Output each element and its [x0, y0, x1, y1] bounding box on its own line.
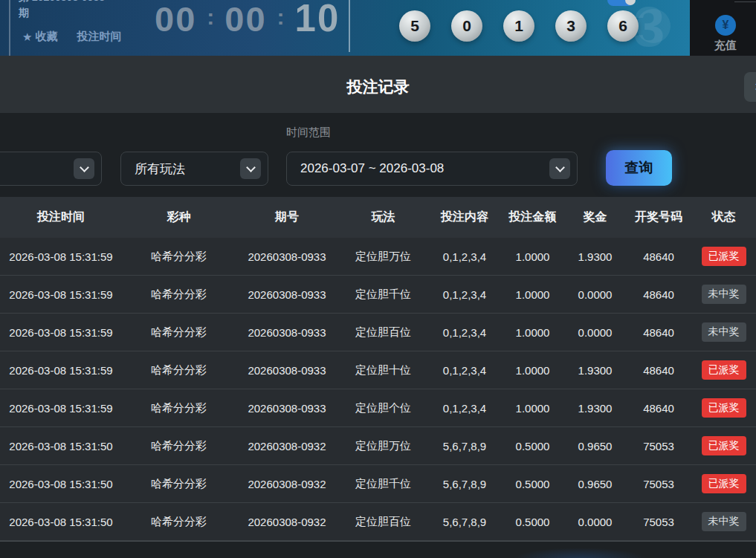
banner-vertical-divider	[349, 0, 350, 52]
play-type-select[interactable]: 所有玩法	[120, 152, 268, 186]
recharge-divider	[734, 1, 756, 2]
cell-content: 5,6,7,8,9	[428, 516, 501, 528]
lottery-ball: 0	[451, 10, 482, 42]
column-header: 玩法	[338, 210, 428, 225]
cell-lottery: 哈希分分彩	[122, 515, 236, 529]
cell-prize: 0.9650	[564, 440, 626, 452]
countdown-seconds: 10	[295, 0, 340, 40]
query-button[interactable]: 查询	[606, 150, 672, 186]
cell-time: 2026-03-08 15:31:59	[0, 402, 122, 415]
cell-status: 未中奖	[691, 512, 756, 531]
footer-glow	[513, 548, 647, 558]
cell-draw: 75053	[626, 516, 691, 528]
cell-play: 定位胆万位	[338, 439, 428, 453]
column-header: 奖金	[564, 210, 626, 225]
table-row: 2026-03-08 15:31:59哈希分分彩20260308-0933定位胆…	[0, 389, 756, 427]
cell-lottery: 哈希分分彩	[122, 288, 236, 302]
close-icon[interactable]: ×	[744, 72, 756, 102]
cell-status: 未中奖	[691, 322, 756, 342]
date-range-value: 2026-03-07 ~ 2026-03-08	[300, 161, 444, 176]
table-row: 2026-03-08 15:31:50哈希分分彩20260308-0932定位胆…	[0, 465, 756, 503]
cell-prize: 1.9300	[564, 250, 626, 263]
cell-prize: 1.9300	[564, 364, 626, 377]
cell-prize: 0.0000	[564, 516, 626, 528]
column-header: 状态	[691, 210, 756, 225]
table-row: 2026-03-08 15:31:59哈希分分彩20260308-0933定位胆…	[0, 276, 756, 314]
recharge-button[interactable]: 充值	[690, 39, 756, 53]
cell-amount: 0.5000	[501, 516, 564, 528]
cell-status: 已派奖	[691, 436, 756, 455]
countdown-separator: :	[207, 4, 214, 30]
table-body: 2026-03-08 15:31:59哈希分分彩20260308-0933定位胆…	[0, 238, 756, 541]
cell-lottery: 哈希分分彩	[122, 439, 236, 453]
issue-number-line2: 期	[19, 5, 105, 21]
cell-lottery: 哈希分分彩	[122, 477, 236, 491]
lottery-select[interactable]	[0, 152, 102, 186]
table-row: 2026-03-08 15:31:59哈希分分彩20260308-0933定位胆…	[0, 351, 756, 389]
cell-amount: 1.0000	[501, 402, 564, 415]
lottery-ball: 6	[607, 10, 639, 42]
cell-lottery: 哈希分分彩	[122, 401, 236, 415]
column-header: 彩种	[122, 210, 236, 225]
countdown-minutes: 00	[224, 0, 266, 39]
table-row: 2026-03-08 15:31:50哈希分分彩20260308-0932定位胆…	[0, 427, 756, 465]
status-badge: 未中奖	[702, 512, 746, 531]
cell-issue: 20260308-0932	[236, 516, 338, 528]
favorite-label: 收藏	[35, 30, 57, 44]
cell-status: 已派奖	[691, 398, 756, 418]
cell-draw: 48640	[626, 364, 691, 377]
countdown-separator: :	[277, 4, 285, 30]
table-row: 2026-03-08 15:31:59哈希分分彩20260308-0933定位胆…	[0, 314, 756, 351]
page-title: 投注记录	[0, 77, 756, 97]
cell-play: 定位胆百位	[338, 325, 428, 340]
lottery-banner: 第 20260308-0933 期 ★ 收藏 投注时间 00 : 00 : 10…	[0, 0, 756, 56]
countdown-hours: 00	[155, 0, 196, 39]
cell-content: 0,1,2,3,4	[428, 326, 501, 339]
cell-issue: 20260308-0932	[236, 440, 338, 452]
banner-toggle[interactable]	[607, 0, 634, 6]
banner-links: ★ 收藏 投注时间	[22, 30, 121, 44]
betting-record-screen: 第 20260308-0933 期 ★ 收藏 投注时间 00 : 00 : 10…	[0, 0, 756, 558]
issue-number: 第 20260308-0933 期	[19, 0, 105, 21]
recharge-panel: ¥ 充值	[690, 0, 756, 56]
ghost-ball	[636, 9, 671, 43]
cell-amount: 1.0000	[501, 288, 564, 301]
cell-play: 定位胆个位	[338, 401, 428, 415]
cell-play: 定位胆千位	[338, 477, 428, 491]
status-badge: 已派奖	[702, 436, 746, 455]
cell-time: 2026-03-08 15:31:59	[0, 364, 122, 377]
lottery-ball: 5	[399, 10, 430, 42]
status-badge: 未中奖	[702, 285, 746, 304]
cell-draw: 75053	[626, 440, 691, 452]
cell-draw: 75053	[626, 478, 691, 490]
recharge-yen-icon[interactable]: ¥	[715, 15, 736, 36]
cell-time: 2026-03-08 15:31:50	[0, 516, 122, 528]
cell-time: 2026-03-08 15:31:59	[0, 288, 122, 301]
column-header: 投注内容	[428, 210, 501, 225]
cell-draw: 48640	[626, 402, 691, 415]
cell-draw: 48640	[626, 250, 691, 263]
cell-issue: 20260308-0933	[236, 326, 338, 339]
column-header: 开奖号码	[626, 210, 691, 225]
date-range-select[interactable]: 2026-03-07 ~ 2026-03-08	[286, 152, 578, 186]
cell-issue: 20260308-0933	[236, 402, 338, 415]
cell-status: 未中奖	[691, 285, 756, 304]
cell-content: 0,1,2,3,4	[428, 402, 501, 415]
cell-issue: 20260308-0933	[236, 364, 338, 377]
draw-result-balls: 50136	[399, 10, 639, 42]
status-badge: 已派奖	[702, 398, 746, 418]
cell-issue: 20260308-0933	[236, 288, 338, 301]
banner-left-divider	[9, 0, 10, 56]
cell-draw: 48640	[626, 326, 691, 339]
favorite-button[interactable]: ★ 收藏	[22, 30, 57, 44]
cell-amount: 0.5000	[501, 440, 564, 452]
bet-time-label: 投注时间	[77, 30, 121, 44]
table-row: 2026-03-08 15:31:59哈希分分彩20260308-0933定位胆…	[0, 238, 756, 276]
footer-strip	[0, 541, 756, 558]
cell-lottery: 哈希分分彩	[122, 325, 236, 340]
cell-amount: 1.0000	[501, 326, 564, 339]
modal-header: 投注记录 ×	[0, 56, 756, 113]
cell-status: 已派奖	[691, 360, 756, 380]
status-badge: 已派奖	[702, 360, 746, 380]
cell-play: 定位胆千位	[338, 288, 428, 302]
